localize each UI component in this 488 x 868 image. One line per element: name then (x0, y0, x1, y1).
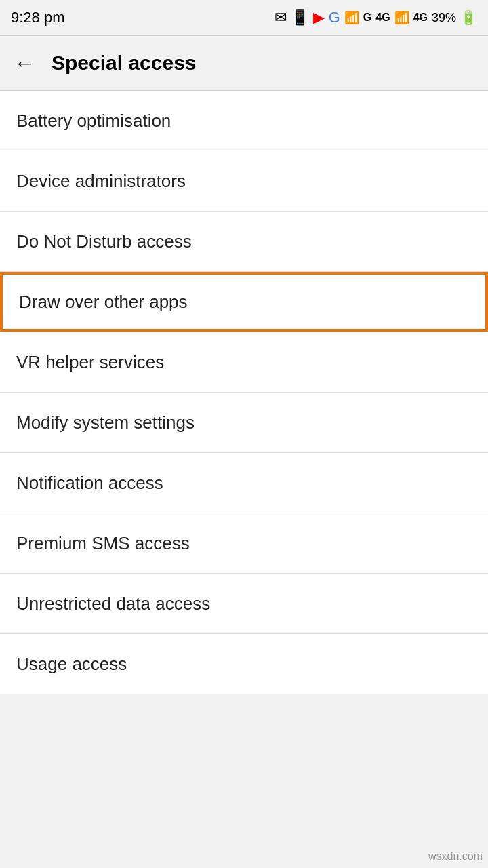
signal-icon-2: 📶 (394, 10, 409, 25)
menu-item-modify-system-settings[interactable]: Modify system settings (0, 393, 488, 452)
page-title: Special access (52, 52, 197, 75)
menu-item-label-unrestricted-data-access: Unrestricted data access (16, 593, 210, 614)
menu-item-label-vr-helper-services: VR helper services (16, 352, 164, 373)
menu-item-notification-access[interactable]: Notification access (0, 453, 488, 513)
menu-item-label-draw-over-other-apps: Draw over other apps (19, 292, 188, 313)
youtube-icon: ▶ (313, 9, 325, 26)
menu-item-device-administrators[interactable]: Device administrators (0, 151, 488, 211)
menu-item-label-do-not-disturb: Do Not Disturb access (16, 231, 192, 252)
menu-item-do-not-disturb[interactable]: Do Not Disturb access (0, 212, 488, 271)
menu-item-label-modify-system-settings: Modify system settings (16, 412, 195, 433)
battery-percent: 39% (432, 11, 456, 25)
back-button[interactable]: ← (14, 52, 35, 74)
menu-item-premium-sms-access[interactable]: Premium SMS access (0, 513, 488, 573)
4g-icon-1: 4G (375, 12, 390, 24)
menu-item-label-device-administrators: Device administrators (16, 171, 186, 192)
menu-item-unrestricted-data-access[interactable]: Unrestricted data access (0, 574, 488, 633)
network-g-icon: G (363, 12, 371, 24)
menu-item-label-usage-access: Usage access (16, 654, 127, 675)
menu-item-draw-over-other-apps[interactable]: Draw over other apps (0, 272, 488, 332)
watermark: wsxdn.com (428, 850, 483, 863)
whatsapp-icon: 📱 (291, 9, 309, 26)
menu-item-label-battery-optimisation: Battery optimisation (16, 111, 171, 132)
menu-item-battery-optimisation[interactable]: Battery optimisation (0, 91, 488, 151)
signal-icon: 📶 (344, 10, 359, 25)
4g-icon-2: 4G (413, 12, 428, 24)
menu-list: Battery optimisationDevice administrator… (0, 91, 488, 694)
status-icons: ✉ 📱 ▶ G 📶 G 4G 📶 4G 39% 🔋 (274, 9, 477, 26)
menu-item-vr-helper-services[interactable]: VR helper services (0, 332, 488, 392)
status-time: 9:28 pm (11, 9, 65, 26)
battery-icon: 🔋 (460, 9, 477, 26)
page-header: ← Special access (0, 36, 488, 90)
google-icon: G (329, 9, 340, 26)
menu-item-usage-access[interactable]: Usage access (0, 634, 488, 694)
status-bar: 9:28 pm ✉ 📱 ▶ G 📶 G 4G 📶 4G 39% 🔋 (0, 0, 488, 35)
menu-item-label-notification-access: Notification access (16, 473, 163, 494)
gmail-icon: ✉ (274, 9, 287, 26)
menu-item-label-premium-sms-access: Premium SMS access (16, 533, 190, 554)
